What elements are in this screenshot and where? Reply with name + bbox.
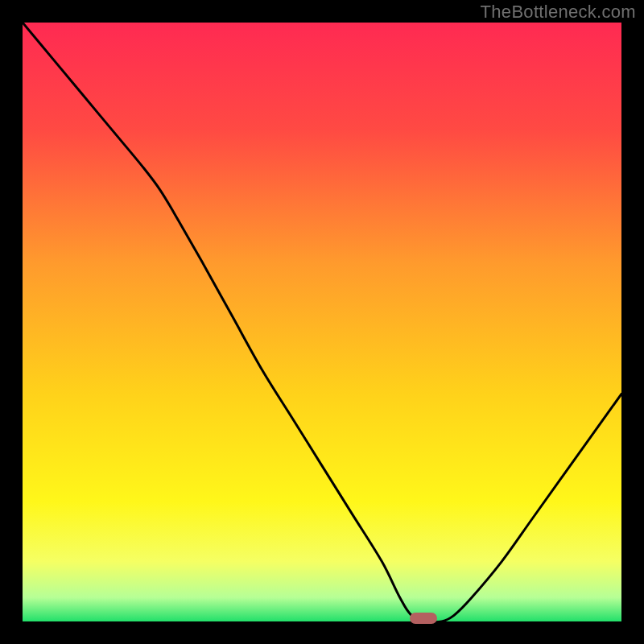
chart-svg [23,23,621,621]
chart-container: TheBottleneck.com [0,0,644,644]
gradient-background [23,23,621,621]
optimal-marker [410,613,437,624]
watermark-text: TheBottleneck.com [481,2,636,23]
plot-area [23,23,621,621]
